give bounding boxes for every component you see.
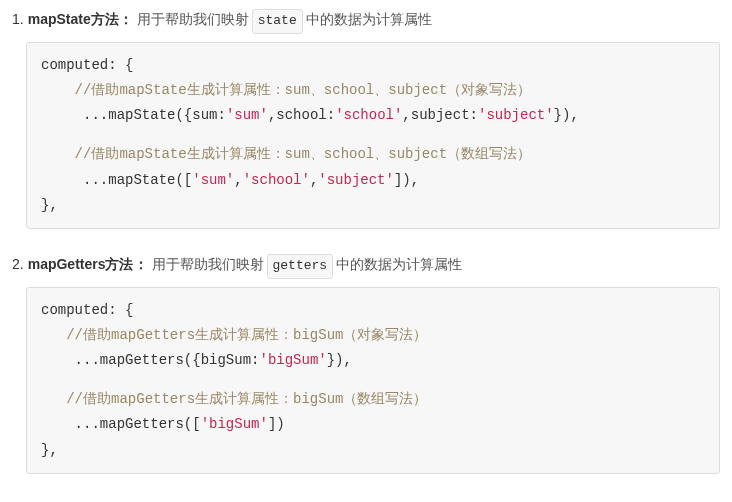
tok-key-school: school [276,107,326,123]
tok-fn: mapState [108,107,175,123]
tok-punc: : { [108,302,133,318]
code-comment: //借助mapGetters生成计算属性：bigSum（对象写法） [66,327,427,343]
inline-code-getters: getters [267,254,334,279]
code-comment: //借助mapState生成计算属性：sum、school、subject（数组… [75,146,531,162]
code-comment: //借助mapState生成计算属性：sum、school、subject（对象… [75,82,531,98]
colon: ： [119,8,133,30]
tok-punc: : { [108,57,133,73]
tok-punc: : [217,107,225,123]
method-name: mapState方法 [28,8,119,30]
tok-punc: ([ [184,416,201,432]
tok-punc: ([ [175,172,192,188]
tok-spread: ... [75,416,100,432]
inline-code-state: state [252,9,303,34]
list-number: 1. [12,8,24,30]
blank-line [41,373,705,387]
tok-str: 'school' [243,172,310,188]
tok-fn: mapState [108,172,175,188]
tok-str: 'sum' [226,107,268,123]
tok-punc: , [402,107,410,123]
tok-computed: computed [41,57,108,73]
tok-key-bigsum: bigSum [201,352,251,368]
tok-spread: ... [83,107,108,123]
tok-fn: mapGetters [100,416,184,432]
tok-str: 'subject' [478,107,554,123]
section-header: 1. mapState方法 ： 用于帮助我们映射 state 中的数据为计算属性 [12,8,720,34]
tok-spread: ... [75,352,100,368]
blank-line [41,128,705,142]
colon: ： [134,253,148,275]
tok-punc: , [234,172,242,188]
tok-end: }, [41,442,58,458]
section-mapstate: 1. mapState方法 ： 用于帮助我们映射 state 中的数据为计算属性… [12,8,720,229]
tok-fn: mapGetters [100,352,184,368]
tok-key-subject: subject [411,107,470,123]
desc-post: 中的数据为计算属性 [336,253,462,275]
code-block-mapgetters: computed: { //借助mapGetters生成计算属性：bigSum（… [26,287,720,474]
desc-pre: 用于帮助我们映射 [152,253,264,275]
desc-pre: 用于帮助我们映射 [137,8,249,30]
code-comment: //借助mapGetters生成计算属性：bigSum（数组写法） [66,391,427,407]
tok-str: 'subject' [318,172,394,188]
tok-punc: : [327,107,335,123]
tok-punc: ({ [175,107,192,123]
tok-key-sum: sum [192,107,217,123]
tok-end: }, [41,197,58,213]
tok-punc: : [470,107,478,123]
list-number: 2. [12,253,24,275]
tok-str: 'school' [335,107,402,123]
code-block-mapstate: computed: { //借助mapState生成计算属性：sum、schoo… [26,42,720,229]
tok-punc: }), [554,107,579,123]
tok-str: 'sum' [192,172,234,188]
tok-punc: ]) [268,416,285,432]
tok-punc: ]), [394,172,419,188]
tok-computed: computed [41,302,108,318]
section-header: 2. mapGetters方法 ： 用于帮助我们映射 getters 中的数据为… [12,253,720,279]
section-mapgetters: 2. mapGetters方法 ： 用于帮助我们映射 getters 中的数据为… [12,253,720,474]
tok-spread: ... [83,172,108,188]
desc-post: 中的数据为计算属性 [306,8,432,30]
tok-str: 'bigSum' [201,416,268,432]
tok-str: 'bigSum' [259,352,326,368]
tok-punc: }), [327,352,352,368]
method-name: mapGetters方法 [28,253,134,275]
tok-punc: ({ [184,352,201,368]
